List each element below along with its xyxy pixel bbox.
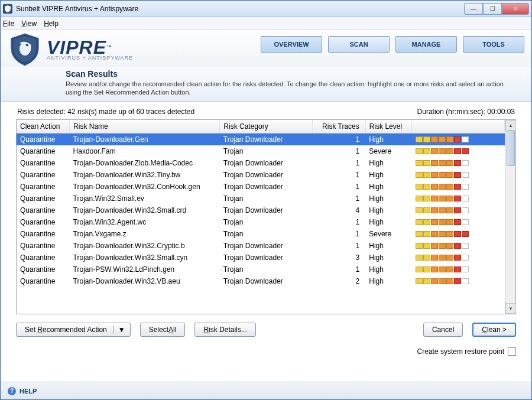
table-row[interactable]: QuarantineTrojan-Downloader.Win32.VB.aeu… xyxy=(17,275,505,287)
cell-traces: 1 xyxy=(313,193,366,204)
cell-traces: 4 xyxy=(313,204,366,216)
cell-traces: 1 xyxy=(313,216,366,228)
stats-row: Risks detected: 42 risk(s) made up of 60… xyxy=(1,102,531,119)
help-link[interactable]: HELP xyxy=(20,388,37,395)
cell-level: High xyxy=(365,204,411,216)
cell-action: Quarantine xyxy=(17,204,70,216)
cell-category: Trojan xyxy=(220,228,313,240)
cell-category: Trojan xyxy=(220,264,313,275)
header: VIPRE™ ANTIVIRUS + ANTISPYWARE OVERVIEW … xyxy=(1,30,531,67)
help-icon[interactable]: ? xyxy=(8,387,16,395)
select-all-button[interactable]: Select All xyxy=(140,323,186,337)
brand-sub: ANTIVIRUS + ANTISPYWARE xyxy=(47,55,133,61)
menu-view[interactable]: View xyxy=(21,19,37,28)
cell-traces: 1 xyxy=(313,264,366,275)
table-row[interactable]: QuarantineTrojan-Downloader.GenTrojan Do… xyxy=(17,134,505,146)
set-recommended-action-button[interactable]: Set Recommended Action ▼ xyxy=(16,323,131,337)
clean-button[interactable]: Clean > xyxy=(472,323,516,337)
table-row[interactable]: QuarantineTrojan.Win32.Small.evTrojan1Hi… xyxy=(17,193,505,204)
cell-level: High xyxy=(365,169,411,181)
risk-level-bar xyxy=(416,196,501,201)
tab-scan[interactable]: SCAN xyxy=(328,36,390,53)
page-title: Scan Results xyxy=(66,69,514,79)
cell-action: Quarantine xyxy=(17,134,70,146)
col-risk-bar[interactable] xyxy=(412,120,505,134)
cell-level: High xyxy=(365,193,411,204)
close-button[interactable]: ✕ xyxy=(502,3,529,15)
scroll-down-icon[interactable]: ▼ xyxy=(505,303,516,314)
cell-risk-name: Trojan.Vxgame.z xyxy=(70,228,220,240)
risk-level-bar xyxy=(416,172,501,178)
table-row[interactable]: QuarantineTrojan-Downloader.Win32.Small.… xyxy=(17,204,505,216)
table-row[interactable]: QuarantineTrojan.Win32.Agent.wcTrojan1Hi… xyxy=(17,216,505,228)
table-row[interactable]: QuarantineTrojan-Downloader.Win32.Tiny.b… xyxy=(17,169,505,181)
risk-level-bar xyxy=(416,219,501,225)
dropdown-arrow-icon[interactable]: ▼ xyxy=(113,326,130,334)
titlebar[interactable]: Sunbelt VIPRE Antivirus + Antispyware — … xyxy=(1,1,531,17)
cell-category: Trojan Downloader xyxy=(220,134,313,146)
cell-category: Trojan xyxy=(220,216,313,228)
risk-level-bar xyxy=(416,148,501,154)
cell-risk-name: Haxdoor.Fam xyxy=(70,145,220,157)
table-row[interactable]: QuarantineTrojan-Downloader.Zlob.Media-C… xyxy=(17,157,505,169)
cell-level: High xyxy=(365,275,411,287)
cell-risk-name: Trojan-Downloader.Win32.Tiny.bw xyxy=(70,169,220,181)
app-icon xyxy=(3,4,12,14)
risk-level-bar xyxy=(416,243,501,249)
svg-point-0 xyxy=(26,44,28,46)
cell-action: Quarantine xyxy=(17,145,70,157)
cell-risk-name: Trojan-Downloader.Win32.VB.aeu xyxy=(70,275,220,287)
col-risk-name[interactable]: Risk Name xyxy=(70,120,220,134)
sub-header: Scan Results Review and/or change the re… xyxy=(1,67,531,102)
tab-manage[interactable]: MANAGE xyxy=(395,36,457,53)
col-clean-action[interactable]: Clean Action xyxy=(17,120,70,134)
table-row[interactable]: QuarantineTrojan-Downloader.Win32.Crypti… xyxy=(17,240,505,252)
cell-category: Trojan Downloader xyxy=(220,252,313,264)
minimize-button[interactable]: — xyxy=(464,3,483,15)
cell-risk-name: Trojan-Downloader.Zlob.Media-Codec xyxy=(70,157,220,169)
shield-icon xyxy=(8,32,42,67)
col-risk-level[interactable]: Risk Level xyxy=(365,120,411,134)
col-risk-category[interactable]: Risk Category xyxy=(220,120,313,134)
table-row[interactable]: QuarantineHaxdoor.FamTrojan1Severe xyxy=(17,145,505,157)
table-row[interactable]: QuarantineTrojan-Downloader.Win32.ConHoo… xyxy=(17,181,505,193)
table-row[interactable]: QuarantineTrojan-Downloader.Win32.Small.… xyxy=(17,252,505,264)
risk-level-bar xyxy=(416,207,501,213)
app-window: Sunbelt VIPRE Antivirus + Antispyware — … xyxy=(0,0,532,400)
risk-level-bar xyxy=(416,266,501,272)
cancel-button[interactable]: Cancel xyxy=(423,323,463,337)
cell-risk-name: Trojan-Downloader.Win32.Small.crd xyxy=(70,204,220,216)
menu-help[interactable]: Help xyxy=(44,19,59,28)
scroll-up-icon[interactable]: ▲ xyxy=(505,120,516,131)
tab-tools[interactable]: TOOLS xyxy=(463,36,524,53)
maximize-button[interactable]: ☐ xyxy=(483,3,502,15)
cell-category: Trojan xyxy=(220,193,313,204)
cell-action: Quarantine xyxy=(17,216,70,228)
risk-details-button[interactable]: Risk Details... xyxy=(194,323,255,337)
cell-traces: 1 xyxy=(313,134,366,146)
table-row[interactable]: QuarantineTrojan-PSW.Win32.LdPinch.genTr… xyxy=(17,264,505,275)
scroll-thumb[interactable] xyxy=(507,131,515,166)
cell-action: Quarantine xyxy=(17,169,70,181)
cell-level: High xyxy=(365,240,411,252)
vertical-scrollbar[interactable]: ▲ ▼ xyxy=(505,120,515,314)
cell-action: Quarantine xyxy=(17,264,70,275)
menubar: File View Help xyxy=(1,17,531,30)
tab-overview[interactable]: OVERVIEW xyxy=(261,36,322,53)
cell-traces: 3 xyxy=(313,252,366,264)
cell-level: High xyxy=(365,134,411,146)
restore-checkbox[interactable] xyxy=(508,347,516,356)
cell-action: Quarantine xyxy=(17,228,70,240)
cell-action: Quarantine xyxy=(17,252,70,264)
cell-category: Trojan Downloader xyxy=(220,181,313,193)
risk-level-bar xyxy=(416,231,501,237)
cell-risk-name: Trojan-PSW.Win32.LdPinch.gen xyxy=(70,264,220,275)
cell-category: Trojan Downloader xyxy=(220,204,313,216)
table-row[interactable]: QuarantineTrojan.Vxgame.zTrojan1Severe xyxy=(17,228,505,240)
cell-category: Trojan Downloader xyxy=(220,169,313,181)
cell-category: Trojan Downloader xyxy=(220,157,313,169)
window-title: Sunbelt VIPRE Antivirus + Antispyware xyxy=(16,5,464,13)
menu-file[interactable]: File xyxy=(3,19,14,28)
col-risk-traces[interactable]: Risk Traces xyxy=(313,120,366,134)
cell-level: High xyxy=(365,157,411,169)
